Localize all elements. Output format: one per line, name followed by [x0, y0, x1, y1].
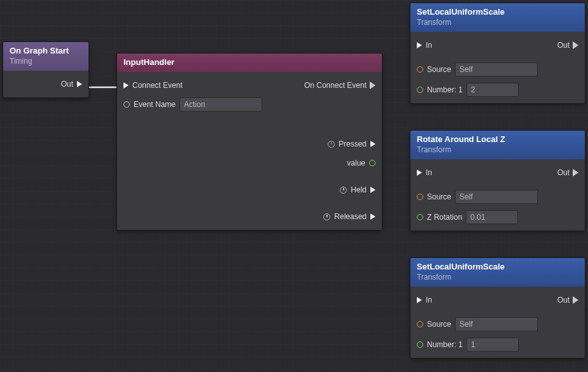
- port-label: Connect Event: [132, 81, 183, 90]
- exec-in-icon: [417, 42, 422, 48]
- field-label: Event Name: [134, 100, 176, 109]
- field-source: Source: [417, 61, 578, 78]
- source-input[interactable]: [455, 62, 538, 76]
- field-source: Source: [417, 189, 578, 205]
- port-label: Out: [557, 168, 570, 177]
- port-on-connect-event[interactable]: On Connect Event: [304, 77, 375, 94]
- source-input[interactable]: [455, 190, 538, 204]
- node-category: Transform: [417, 273, 578, 282]
- field-label: Number: 1: [427, 85, 463, 94]
- port-out[interactable]: Out: [557, 292, 578, 308]
- node-category: Transform: [417, 18, 578, 27]
- field-label: Z Rotation: [427, 213, 462, 222]
- port-label: Released: [334, 212, 367, 221]
- port-connect-event[interactable]: Connect Event: [123, 77, 183, 94]
- data-port-icon: [369, 160, 375, 166]
- port-label: In: [426, 296, 432, 304]
- source-input[interactable]: [455, 317, 538, 331]
- node-category: Transform: [417, 145, 578, 154]
- node-on-graph-start[interactable]: On Graph Start Timing Out: [3, 41, 89, 98]
- number-input[interactable]: [466, 83, 519, 97]
- data-port-icon[interactable]: [417, 66, 423, 73]
- exec-out-icon: [370, 213, 375, 220]
- port-value[interactable]: value: [123, 155, 375, 171]
- node-header[interactable]: SetLocalUniformScale Transform: [410, 3, 585, 32]
- exec-out-icon: [370, 141, 375, 147]
- node-input-handler[interactable]: InputHandler Connect Event On Connect Ev…: [116, 53, 382, 231]
- node-header[interactable]: On Graph Start Timing: [3, 42, 88, 71]
- node-header[interactable]: SetLocalUniformScale Transform: [410, 258, 585, 287]
- port-released[interactable]: Released: [123, 208, 375, 225]
- field-event-name: Event Name: [123, 96, 375, 113]
- port-label: Pressed: [339, 140, 367, 148]
- clock-icon: [340, 187, 347, 194]
- clock-icon: [328, 141, 335, 148]
- exec-in-icon: [123, 82, 129, 89]
- field-z-rotation: Z Rotation: [417, 209, 578, 225]
- data-port-icon[interactable]: [417, 214, 423, 220]
- node-header[interactable]: Rotate Around Local Z Transform: [410, 131, 585, 159]
- port-label: Out: [557, 41, 570, 50]
- node-header[interactable]: InputHandler: [117, 54, 382, 72]
- node-rotate-around-local-z[interactable]: Rotate Around Local Z Transform In Out S…: [410, 130, 585, 231]
- number-input[interactable]: [466, 338, 519, 352]
- node-title: InputHandler: [123, 57, 375, 67]
- field-label: Number: 1: [427, 340, 463, 349]
- exec-out-icon: [573, 169, 578, 176]
- node-set-local-uniform-scale-2[interactable]: SetLocalUniformScale Transform In Out So…: [410, 257, 585, 359]
- clock-icon: [323, 213, 330, 220]
- port-in[interactable]: In: [417, 164, 432, 181]
- port-label: value: [347, 159, 365, 168]
- port-label: Out: [61, 80, 73, 89]
- node-category: Timing: [10, 57, 82, 66]
- data-port-icon[interactable]: [417, 194, 423, 200]
- z-rotation-input[interactable]: [466, 210, 518, 224]
- data-port-icon[interactable]: [123, 101, 130, 108]
- field-label: Source: [427, 65, 451, 74]
- data-port-icon[interactable]: [417, 87, 423, 93]
- exec-out-icon: [573, 42, 578, 48]
- port-held[interactable]: Held: [123, 182, 375, 198]
- port-label: In: [426, 41, 432, 50]
- port-label: Out: [557, 296, 570, 304]
- port-label: On Connect Event: [304, 81, 367, 90]
- node-set-local-uniform-scale-1[interactable]: SetLocalUniformScale Transform In Out So…: [410, 3, 585, 104]
- field-label: Source: [427, 192, 451, 201]
- port-in[interactable]: In: [417, 37, 432, 54]
- port-label: In: [426, 168, 432, 177]
- node-title: Rotate Around Local Z: [417, 134, 578, 144]
- port-in[interactable]: In: [417, 292, 432, 308]
- field-source: Source: [417, 316, 578, 333]
- exec-out-icon: [370, 187, 375, 193]
- exec-in-icon: [417, 297, 422, 303]
- node-title: SetLocalUniformScale: [417, 262, 578, 271]
- port-out[interactable]: Out: [557, 37, 578, 54]
- port-out[interactable]: Out: [10, 76, 82, 92]
- port-out[interactable]: Out: [557, 164, 578, 181]
- field-number: Number: 1: [417, 82, 578, 98]
- exec-in-icon: [417, 169, 422, 176]
- exec-out-icon: [370, 82, 375, 89]
- node-title: SetLocalUniformScale: [417, 7, 578, 17]
- event-name-input[interactable]: [179, 97, 262, 111]
- data-port-icon[interactable]: [417, 341, 423, 348]
- field-label: Source: [427, 320, 451, 329]
- port-label: Held: [351, 185, 367, 194]
- field-number: Number: 1: [417, 336, 578, 353]
- exec-out-icon: [573, 297, 578, 303]
- node-title: On Graph Start: [10, 46, 82, 55]
- exec-out-icon: [77, 81, 82, 87]
- data-port-icon[interactable]: [417, 321, 423, 327]
- port-pressed[interactable]: Pressed: [123, 136, 375, 152]
